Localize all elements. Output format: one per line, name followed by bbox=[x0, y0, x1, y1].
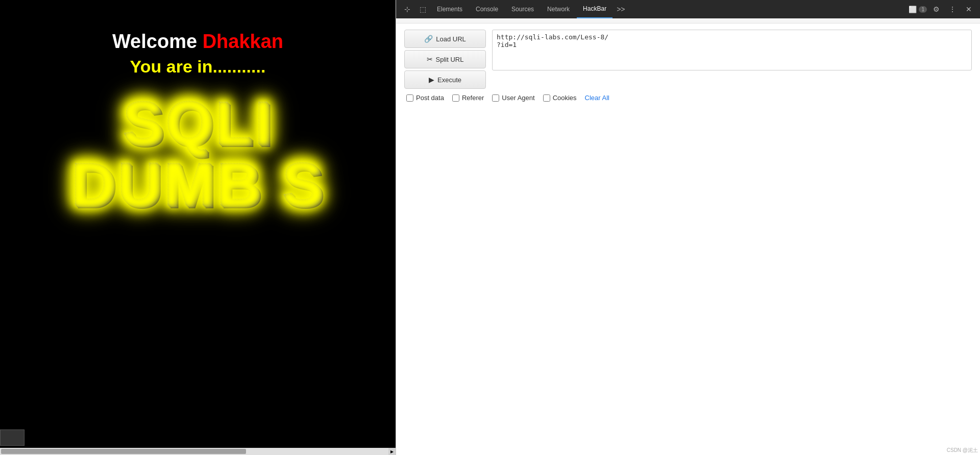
scrollbar-thumb[interactable] bbox=[1, 449, 246, 454]
devtools-content: 🔗 Load URL ✂ Split URL ▶ Execute Post da… bbox=[396, 18, 980, 455]
cursor-icon: ⊹ bbox=[404, 5, 410, 13]
post-data-checkbox-label[interactable]: Post data bbox=[406, 94, 444, 102]
clear-all-button[interactable]: Clear All bbox=[585, 94, 609, 102]
tab-console[interactable]: Console bbox=[470, 0, 504, 18]
welcome-text: Welcome bbox=[112, 31, 197, 52]
hackbar-options: Post data Referer User Agent Cookies Cle… bbox=[404, 94, 972, 102]
user-agent-label: User Agent bbox=[502, 94, 534, 102]
post-data-checkbox[interactable] bbox=[406, 94, 413, 102]
page-thumbnail bbox=[0, 429, 24, 446]
top-band bbox=[396, 18, 980, 23]
load-url-button[interactable]: 🔗 Load URL bbox=[404, 30, 486, 48]
devtools-topbar: ⊹ ⬚ Elements Console Sources Network Hac… bbox=[396, 0, 980, 18]
cookies-label: Cookies bbox=[553, 94, 577, 102]
post-data-label: Post data bbox=[416, 94, 444, 102]
more-options-btn[interactable]: ⋮ bbox=[945, 2, 960, 16]
devtools-panel: ⊹ ⬚ Elements Console Sources Network Hac… bbox=[396, 0, 980, 455]
execute-icon: ▶ bbox=[429, 76, 434, 84]
more-icon: ⋮ bbox=[949, 5, 956, 13]
cookies-checkbox-label[interactable]: Cookies bbox=[543, 94, 577, 102]
referer-checkbox[interactable] bbox=[452, 94, 459, 102]
more-tabs-icon[interactable]: >> bbox=[614, 5, 628, 13]
scroll-arrow-right[interactable]: ▶ bbox=[388, 448, 396, 455]
hackbar-row: 🔗 Load URL ✂ Split URL ▶ Execute bbox=[404, 30, 972, 89]
badge-count: 1 bbox=[919, 6, 927, 13]
settings-icon: ⚙ bbox=[933, 5, 940, 13]
split-url-icon: ✂ bbox=[427, 55, 433, 63]
tab-elements[interactable]: Elements bbox=[431, 0, 469, 18]
tab-network[interactable]: Network bbox=[541, 0, 576, 18]
execute-label: Execute bbox=[437, 76, 461, 84]
tab-icon: ⬜ bbox=[909, 6, 917, 13]
cursor-icon-btn[interactable]: ⊹ bbox=[400, 2, 414, 16]
user-agent-checkbox[interactable] bbox=[492, 94, 499, 102]
user-agent-checkbox-label[interactable]: User Agent bbox=[492, 94, 534, 102]
split-url-label: Split URL bbox=[436, 56, 464, 63]
dhakkan-text: Dhakkan bbox=[203, 31, 283, 52]
inspect-icon: ⬚ bbox=[420, 5, 426, 13]
tab-sources[interactable]: Sources bbox=[505, 0, 540, 18]
inspect-icon-btn[interactable]: ⬚ bbox=[415, 2, 430, 16]
referer-label: Referer bbox=[462, 94, 484, 102]
cookies-checkbox[interactable] bbox=[543, 94, 550, 102]
load-url-label: Load URL bbox=[436, 35, 466, 43]
bottom-scrollbar[interactable]: ▶ bbox=[0, 448, 396, 455]
settings-btn[interactable]: ⚙ bbox=[929, 2, 943, 16]
load-url-icon: 🔗 bbox=[424, 35, 433, 43]
close-icon: ✕ bbox=[966, 5, 972, 13]
sqli-title: SQLI DUMB S bbox=[20, 92, 375, 214]
tab-hackbar[interactable]: HackBar bbox=[577, 0, 612, 18]
url-textarea[interactable] bbox=[492, 30, 972, 70]
execute-button[interactable]: ▶ Execute bbox=[404, 70, 486, 89]
close-devtools-btn[interactable]: ✕ bbox=[962, 2, 976, 16]
webpage-panel: Welcome Dhakkan You are in........... SQ… bbox=[0, 0, 396, 455]
hackbar-buttons: 🔗 Load URL ✂ Split URL ▶ Execute bbox=[404, 30, 486, 89]
referer-checkbox-label[interactable]: Referer bbox=[452, 94, 484, 102]
devtools-topbar-right: ⬜ 1 ⚙ ⋮ ✕ bbox=[909, 2, 976, 16]
split-url-button[interactable]: ✂ Split URL bbox=[404, 50, 486, 68]
webpage-content: Welcome Dhakkan You are in........... SQ… bbox=[0, 0, 396, 245]
welcome-line: Welcome Dhakkan bbox=[20, 31, 375, 53]
you-are-in-text: You are in........... bbox=[20, 57, 375, 77]
